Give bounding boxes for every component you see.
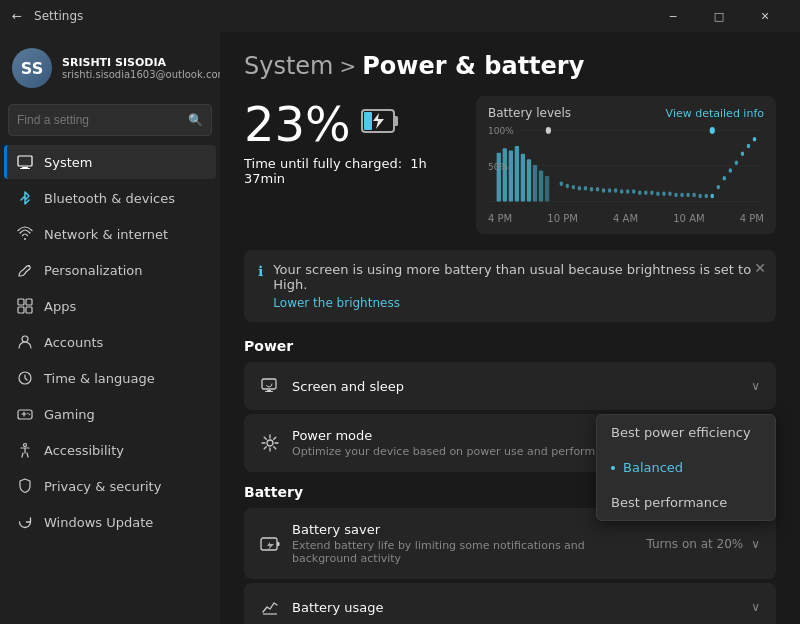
- svg-rect-25: [515, 146, 519, 202]
- svg-point-3: [28, 265, 30, 267]
- battery-status-label: Time until fully charged:: [244, 156, 402, 171]
- svg-point-53: [692, 193, 695, 197]
- battery-chart: Battery levels View detailed info 100% 5…: [476, 96, 776, 234]
- sidebar-item-time[interactable]: Time & language: [4, 361, 216, 395]
- sidebar-label-privacy: Privacy & security: [44, 479, 161, 494]
- svg-point-35: [584, 186, 587, 190]
- sidebar-label-network: Network & internet: [44, 227, 168, 242]
- brightness-alert: ℹ Your screen is using more battery than…: [244, 250, 776, 322]
- minimize-button[interactable]: −: [650, 0, 696, 32]
- alert-content: Your screen is using more battery than u…: [273, 262, 762, 310]
- content: System > Power & battery 23%: [220, 32, 800, 624]
- page-title: Power & battery: [362, 52, 584, 80]
- svg-point-55: [704, 194, 707, 198]
- svg-point-45: [644, 190, 647, 194]
- screen-sleep-chevron: ∨: [751, 379, 760, 393]
- svg-rect-1: [22, 167, 28, 168]
- app-title: Settings: [34, 9, 83, 23]
- chart-y-50: 50%: [488, 162, 508, 172]
- dropdown-label-best-efficiency: Best power efficiency: [611, 425, 751, 440]
- main-layout: SS SRISHTI SISODIA srishti.sisodia1603@o…: [0, 32, 800, 624]
- power-section-header: Power: [244, 338, 776, 354]
- chart-header: Battery levels View detailed info: [488, 106, 764, 120]
- power-mode-item[interactable]: Power mode Optimize your device based on…: [244, 414, 776, 472]
- sidebar-item-windows-update[interactable]: Windows Update: [4, 505, 216, 539]
- svg-rect-7: [26, 307, 32, 313]
- svg-rect-15: [394, 116, 398, 126]
- svg-point-40: [614, 188, 617, 192]
- chart-label-0: 4 PM: [488, 213, 512, 224]
- sidebar-item-accessibility[interactable]: Accessibility: [4, 433, 216, 467]
- lower-brightness-link[interactable]: Lower the brightness: [273, 296, 762, 310]
- alert-text: Your screen is using more battery than u…: [273, 262, 762, 292]
- dropdown-item-best-performance[interactable]: Best performance: [597, 485, 775, 520]
- titlebar-controls: − □ ✕: [650, 0, 788, 32]
- search-box[interactable]: 🔍: [8, 104, 212, 136]
- svg-point-58: [723, 176, 726, 180]
- power-mode-dropdown: Best power efficiency Balanced Best perf…: [596, 414, 776, 521]
- svg-rect-6: [18, 307, 24, 313]
- svg-point-36: [590, 187, 593, 191]
- battery-usage-title: Battery usage: [292, 600, 739, 615]
- sidebar-label-system: System: [44, 155, 92, 170]
- screen-sleep-item[interactable]: Screen and sleep ∨: [244, 362, 776, 410]
- svg-point-54: [698, 194, 701, 198]
- breadcrumb-parent[interactable]: System: [244, 52, 334, 80]
- maximize-button[interactable]: □: [696, 0, 742, 32]
- dropdown-item-balanced[interactable]: Balanced: [597, 450, 775, 485]
- battery-charging-icon: [361, 107, 401, 142]
- svg-point-46: [650, 190, 653, 194]
- sidebar-label-windows-update: Windows Update: [44, 515, 153, 530]
- sidebar-label-bluetooth: Bluetooth & devices: [44, 191, 175, 206]
- svg-rect-4: [18, 299, 24, 305]
- battery-saver-icon: [260, 534, 280, 554]
- sidebar-item-network[interactable]: Network & internet: [4, 217, 216, 251]
- svg-rect-64: [262, 379, 276, 389]
- battery-usage-right: ∨: [751, 600, 760, 614]
- view-detailed-info-link[interactable]: View detailed info: [666, 107, 764, 120]
- svg-point-44: [638, 190, 641, 194]
- personalization-icon: [16, 261, 34, 279]
- svg-point-42: [626, 189, 629, 193]
- sidebar-item-personalization[interactable]: Personalization: [4, 253, 216, 287]
- avatar-initials: SS: [21, 59, 43, 78]
- accounts-icon: [16, 333, 34, 351]
- user-email: srishti.sisodia1603@outlook.com: [62, 69, 227, 80]
- svg-point-63: [753, 137, 756, 141]
- chart-area: 100% 50%: [488, 126, 764, 209]
- breadcrumb: System > Power & battery: [244, 52, 776, 80]
- battery-saver-content: Battery saver Extend battery life by lim…: [292, 522, 634, 565]
- battery-usage-item[interactable]: Battery usage ∨: [244, 583, 776, 624]
- svg-rect-66: [265, 391, 273, 392]
- svg-point-47: [656, 192, 659, 196]
- sidebar-label-accessibility: Accessibility: [44, 443, 124, 458]
- battery-percent-value: 23%: [244, 96, 351, 152]
- svg-point-32: [566, 184, 569, 188]
- battery-saver-title: Battery saver: [292, 522, 634, 537]
- battery-saver-desc: Extend battery life by limiting some not…: [292, 539, 634, 565]
- chart-title: Battery levels: [488, 106, 571, 120]
- bluetooth-icon: [16, 189, 34, 207]
- back-icon[interactable]: ←: [12, 9, 22, 23]
- chart-y-100: 100%: [488, 126, 514, 136]
- svg-point-12: [29, 414, 30, 415]
- dropdown-item-best-efficiency[interactable]: Best power efficiency: [597, 415, 775, 450]
- sidebar-item-apps[interactable]: Apps: [4, 289, 216, 323]
- sidebar-item-bluetooth[interactable]: Bluetooth & devices: [4, 181, 216, 215]
- alert-close-button[interactable]: ✕: [754, 260, 766, 276]
- gaming-icon: [16, 405, 34, 423]
- close-button[interactable]: ✕: [742, 0, 788, 32]
- search-input[interactable]: [17, 113, 188, 127]
- sidebar-item-system[interactable]: System: [4, 145, 216, 179]
- screen-sleep-icon: [260, 376, 280, 396]
- svg-point-8: [22, 336, 28, 342]
- battery-left: 23% Time until fully charged: 1h 37min: [244, 96, 456, 186]
- svg-point-50: [674, 193, 677, 197]
- sidebar-item-privacy[interactable]: Privacy & security: [4, 469, 216, 503]
- avatar: SS: [12, 48, 52, 88]
- sidebar-item-accounts[interactable]: Accounts: [4, 325, 216, 359]
- svg-rect-24: [509, 150, 513, 201]
- chart-label-1: 10 PM: [547, 213, 578, 224]
- dropdown-label-best-performance: Best performance: [611, 495, 727, 510]
- sidebar-item-gaming[interactable]: Gaming: [4, 397, 216, 431]
